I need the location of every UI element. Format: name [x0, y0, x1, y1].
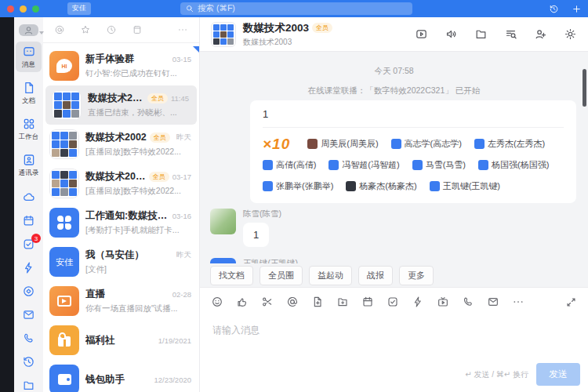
star-icon[interactable]: [80, 24, 91, 35]
participant: 周美辰(周美辰): [307, 133, 378, 154]
multiplier-label: ×10: [263, 133, 290, 154]
chat-list-toolbar: [43, 17, 199, 43]
sender-name: 陈雪(陈雪): [243, 209, 281, 220]
cloud-icon[interactable]: [22, 191, 35, 204]
chat-time: 昨天: [173, 132, 191, 143]
avatar: [328, 160, 339, 170]
chat-avatar: 安佳: [49, 247, 79, 277]
settings-gear-icon[interactable]: [564, 27, 577, 41]
message-search-icon[interactable]: [504, 27, 517, 41]
phone-icon[interactable]: [462, 296, 474, 308]
avatar: [263, 160, 273, 170]
chat-title: 钱包助手: [85, 373, 125, 387]
message-input[interactable]: [211, 322, 577, 358]
folder-icon[interactable]: [474, 27, 488, 41]
all-members-badge: 全员: [149, 172, 169, 182]
document-icon: [22, 81, 36, 95]
close-window-button[interactable]: [7, 5, 14, 13]
rail-label: 消息: [22, 60, 35, 70]
chat-item[interactable]: 数媒技术2002 全员 昨天 [直播回放]数字特效2022...: [43, 125, 199, 164]
rail-item-workbench[interactable]: 工作台: [16, 114, 42, 144]
history-icon[interactable]: [549, 4, 559, 14]
send-button[interactable]: 发送: [536, 363, 580, 386]
chat-item[interactable]: 福利社 1/19/2021: [43, 321, 199, 360]
folder-add-icon[interactable]: [336, 296, 349, 308]
gift-icon: [58, 336, 71, 347]
clock-icon[interactable]: [106, 24, 117, 35]
calendar-icon[interactable]: [22, 214, 35, 227]
chat-bubble-icon: [22, 45, 36, 59]
user-avatar[interactable]: [19, 24, 38, 36]
chat-item-selected[interactable]: 数媒技术2003 全员 11:45 直播已结束，孙晓彬、...: [45, 85, 197, 125]
all-members-badge: 全员: [147, 93, 168, 103]
chip-charity-walk[interactable]: 益起动: [309, 266, 352, 285]
chat-title: 新手体验群: [85, 53, 135, 66]
scissors-icon[interactable]: [261, 296, 274, 308]
conversation-subtitle: 数媒技术2003: [243, 37, 332, 48]
chat-item[interactable]: 安佳 我（马安佳） 昨天 [文件]: [43, 242, 199, 281]
work-notice-icon: [57, 216, 71, 230]
rail-item-contacts[interactable]: 通讯录: [16, 150, 42, 180]
thumb-icon[interactable]: [236, 296, 249, 308]
chip-more[interactable]: 更多: [399, 266, 434, 285]
mail-icon[interactable]: [22, 308, 35, 321]
sender-avatar[interactable]: [210, 209, 236, 234]
chip-all-members-circle[interactable]: 全员圈: [260, 266, 303, 285]
plus-icon[interactable]: [572, 4, 582, 14]
live-tv-icon: [57, 296, 71, 307]
replay-icon[interactable]: [22, 355, 35, 368]
group-avatar[interactable]: [211, 22, 236, 47]
at-icon[interactable]: [286, 296, 299, 308]
global-search-input[interactable]: 搜索 (⌘F): [180, 2, 412, 15]
add-member-icon[interactable]: [534, 27, 547, 41]
participant: 杨国强(杨国强): [478, 154, 549, 176]
chip-report[interactable]: 战报: [358, 266, 393, 285]
chat-item[interactable]: 钱包助手 12/23/2020: [43, 360, 199, 392]
chip-find-doc[interactable]: 找文档: [210, 266, 253, 285]
archive-icon[interactable]: [132, 24, 143, 35]
zoom-window-button[interactable]: [32, 5, 39, 13]
expand-icon[interactable]: [565, 296, 577, 308]
phone-icon[interactable]: [22, 332, 35, 345]
chat-item[interactable]: 数媒技术2004 全员 03-17 [直播回放]数字特效2022...: [43, 164, 199, 203]
calendar-icon[interactable]: [361, 296, 374, 308]
at-icon[interactable]: [54, 24, 65, 35]
flash-icon[interactable]: [412, 296, 424, 308]
message-area: 今天 07:58 在线课堂联播：「数字特效2022C321」 已开始 1 ×10…: [200, 52, 588, 289]
todo-icon[interactable]: 3: [22, 238, 35, 251]
search-icon: [185, 4, 194, 13]
search-placeholder: 搜索 (⌘F): [198, 3, 235, 14]
system-message: 在线课堂联播：「数字特效2022C321」 已开始: [200, 85, 588, 96]
minimize-window-button[interactable]: [20, 5, 27, 13]
todo-icon[interactable]: [387, 296, 399, 308]
meeting-icon[interactable]: [415, 27, 428, 41]
contact-card-icon: [22, 153, 36, 167]
grid-icon: [22, 117, 36, 131]
more-icon[interactable]: [512, 296, 524, 308]
folder-icon[interactable]: [22, 379, 35, 392]
avatar: [478, 160, 488, 170]
scrollbar-thumb[interactable]: [583, 69, 586, 107]
conversation-title: 数媒技术2003: [243, 21, 309, 35]
doc-add-icon[interactable]: [311, 296, 324, 308]
disc-icon[interactable]: [22, 285, 35, 298]
live-icon[interactable]: [437, 296, 449, 308]
chat-preview: 直播已结束，孙晓彬、...: [88, 107, 189, 118]
rail-item-docs[interactable]: 文档: [16, 78, 42, 108]
emoji-icon[interactable]: [211, 296, 223, 308]
avatar-text: 安佳: [56, 256, 73, 268]
mail-icon[interactable]: [487, 296, 499, 308]
rail-item-messages[interactable]: 消息: [16, 42, 42, 72]
wallet-icon: [58, 374, 71, 385]
chat-item[interactable]: 工作通知:数媒技术... 03-16 [考勤打卡]手机就能打卡...: [43, 203, 199, 242]
flash-icon[interactable]: [22, 261, 35, 274]
traffic-lights: [7, 5, 39, 13]
more-icon[interactable]: [177, 24, 188, 35]
chat-item[interactable]: HI 新手体验群 03-15 钉小智:你已成功在钉钉...: [43, 46, 199, 85]
chat-preview: [直播回放]数字特效2022...: [85, 147, 191, 158]
chat-item[interactable]: 直播 02-28 你有一场直播回放"试播...: [43, 281, 199, 321]
chat-avatar: [49, 286, 79, 316]
speaker-icon[interactable]: [445, 27, 458, 41]
org-badge: 安佳: [67, 2, 91, 15]
chat-preview: 钉小智:你已成功在钉钉...: [85, 68, 191, 79]
